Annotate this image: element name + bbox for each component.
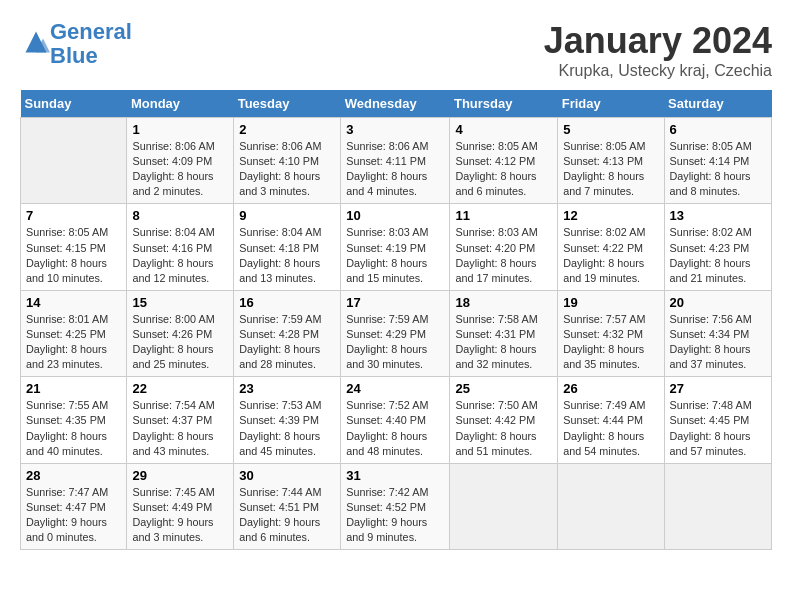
day-header-monday: Monday — [127, 90, 234, 118]
day-number: 21 — [26, 381, 121, 396]
calendar-cell: 21Sunrise: 7:55 AMSunset: 4:35 PMDayligh… — [21, 377, 127, 463]
day-info: Sunrise: 7:56 AMSunset: 4:34 PMDaylight:… — [670, 312, 767, 372]
main-title: January 2024 — [544, 20, 772, 62]
day-info: Sunrise: 7:42 AMSunset: 4:52 PMDaylight:… — [346, 485, 444, 545]
day-number: 27 — [670, 381, 767, 396]
logo: General Blue — [20, 20, 132, 68]
calendar-cell: 8Sunrise: 8:04 AMSunset: 4:16 PMDaylight… — [127, 204, 234, 290]
day-number: 30 — [239, 468, 335, 483]
calendar-cell: 22Sunrise: 7:54 AMSunset: 4:37 PMDayligh… — [127, 377, 234, 463]
calendar-cell: 17Sunrise: 7:59 AMSunset: 4:29 PMDayligh… — [341, 290, 450, 376]
day-info: Sunrise: 8:05 AMSunset: 4:12 PMDaylight:… — [455, 139, 552, 199]
day-info: Sunrise: 7:57 AMSunset: 4:32 PMDaylight:… — [563, 312, 658, 372]
day-number: 10 — [346, 208, 444, 223]
day-info: Sunrise: 8:04 AMSunset: 4:18 PMDaylight:… — [239, 225, 335, 285]
day-info: Sunrise: 7:45 AMSunset: 4:49 PMDaylight:… — [132, 485, 228, 545]
logo-text: General Blue — [50, 20, 132, 68]
day-info: Sunrise: 7:55 AMSunset: 4:35 PMDaylight:… — [26, 398, 121, 458]
calendar-cell: 4Sunrise: 8:05 AMSunset: 4:12 PMDaylight… — [450, 118, 558, 204]
calendar-week-5: 28Sunrise: 7:47 AMSunset: 4:47 PMDayligh… — [21, 463, 772, 549]
calendar-cell: 24Sunrise: 7:52 AMSunset: 4:40 PMDayligh… — [341, 377, 450, 463]
day-info: Sunrise: 7:58 AMSunset: 4:31 PMDaylight:… — [455, 312, 552, 372]
calendar-cell: 6Sunrise: 8:05 AMSunset: 4:14 PMDaylight… — [664, 118, 772, 204]
calendar-week-4: 21Sunrise: 7:55 AMSunset: 4:35 PMDayligh… — [21, 377, 772, 463]
day-number: 28 — [26, 468, 121, 483]
day-number: 18 — [455, 295, 552, 310]
calendar-cell: 12Sunrise: 8:02 AMSunset: 4:22 PMDayligh… — [558, 204, 664, 290]
day-header-friday: Friday — [558, 90, 664, 118]
day-header-thursday: Thursday — [450, 90, 558, 118]
calendar-cell: 25Sunrise: 7:50 AMSunset: 4:42 PMDayligh… — [450, 377, 558, 463]
calendar-cell: 26Sunrise: 7:49 AMSunset: 4:44 PMDayligh… — [558, 377, 664, 463]
calendar-cell: 13Sunrise: 8:02 AMSunset: 4:23 PMDayligh… — [664, 204, 772, 290]
calendar-header-row: SundayMondayTuesdayWednesdayThursdayFrid… — [21, 90, 772, 118]
day-number: 19 — [563, 295, 658, 310]
day-info: Sunrise: 8:02 AMSunset: 4:22 PMDaylight:… — [563, 225, 658, 285]
day-number: 4 — [455, 122, 552, 137]
day-number: 6 — [670, 122, 767, 137]
day-number: 8 — [132, 208, 228, 223]
calendar-body: 1Sunrise: 8:06 AMSunset: 4:09 PMDaylight… — [21, 118, 772, 550]
day-number: 3 — [346, 122, 444, 137]
day-info: Sunrise: 7:54 AMSunset: 4:37 PMDaylight:… — [132, 398, 228, 458]
day-info: Sunrise: 8:06 AMSunset: 4:11 PMDaylight:… — [346, 139, 444, 199]
day-number: 23 — [239, 381, 335, 396]
day-info: Sunrise: 8:02 AMSunset: 4:23 PMDaylight:… — [670, 225, 767, 285]
day-info: Sunrise: 7:47 AMSunset: 4:47 PMDaylight:… — [26, 485, 121, 545]
calendar-table: SundayMondayTuesdayWednesdayThursdayFrid… — [20, 90, 772, 550]
calendar-cell: 5Sunrise: 8:05 AMSunset: 4:13 PMDaylight… — [558, 118, 664, 204]
day-number: 2 — [239, 122, 335, 137]
day-number: 13 — [670, 208, 767, 223]
day-info: Sunrise: 8:00 AMSunset: 4:26 PMDaylight:… — [132, 312, 228, 372]
calendar-cell: 30Sunrise: 7:44 AMSunset: 4:51 PMDayligh… — [234, 463, 341, 549]
day-info: Sunrise: 7:53 AMSunset: 4:39 PMDaylight:… — [239, 398, 335, 458]
calendar-cell: 31Sunrise: 7:42 AMSunset: 4:52 PMDayligh… — [341, 463, 450, 549]
day-number: 20 — [670, 295, 767, 310]
day-info: Sunrise: 8:03 AMSunset: 4:19 PMDaylight:… — [346, 225, 444, 285]
day-number: 26 — [563, 381, 658, 396]
day-info: Sunrise: 8:05 AMSunset: 4:13 PMDaylight:… — [563, 139, 658, 199]
calendar-cell: 29Sunrise: 7:45 AMSunset: 4:49 PMDayligh… — [127, 463, 234, 549]
calendar-cell: 20Sunrise: 7:56 AMSunset: 4:34 PMDayligh… — [664, 290, 772, 376]
day-number: 5 — [563, 122, 658, 137]
calendar-cell: 3Sunrise: 8:06 AMSunset: 4:11 PMDaylight… — [341, 118, 450, 204]
calendar-cell: 27Sunrise: 7:48 AMSunset: 4:45 PMDayligh… — [664, 377, 772, 463]
day-number: 14 — [26, 295, 121, 310]
day-info: Sunrise: 8:01 AMSunset: 4:25 PMDaylight:… — [26, 312, 121, 372]
logo-line2: Blue — [50, 43, 98, 68]
day-info: Sunrise: 8:06 AMSunset: 4:09 PMDaylight:… — [132, 139, 228, 199]
day-header-saturday: Saturday — [664, 90, 772, 118]
day-info: Sunrise: 7:59 AMSunset: 4:28 PMDaylight:… — [239, 312, 335, 372]
calendar-cell — [558, 463, 664, 549]
page-header: General Blue January 2024 Krupka, Usteck… — [20, 20, 772, 80]
calendar-cell: 23Sunrise: 7:53 AMSunset: 4:39 PMDayligh… — [234, 377, 341, 463]
day-header-tuesday: Tuesday — [234, 90, 341, 118]
day-info: Sunrise: 8:05 AMSunset: 4:15 PMDaylight:… — [26, 225, 121, 285]
day-number: 9 — [239, 208, 335, 223]
calendar-cell: 14Sunrise: 8:01 AMSunset: 4:25 PMDayligh… — [21, 290, 127, 376]
day-header-sunday: Sunday — [21, 90, 127, 118]
title-block: January 2024 Krupka, Ustecky kraj, Czech… — [544, 20, 772, 80]
day-info: Sunrise: 7:48 AMSunset: 4:45 PMDaylight:… — [670, 398, 767, 458]
day-info: Sunrise: 7:52 AMSunset: 4:40 PMDaylight:… — [346, 398, 444, 458]
calendar-cell: 9Sunrise: 8:04 AMSunset: 4:18 PMDaylight… — [234, 204, 341, 290]
subtitle: Krupka, Ustecky kraj, Czechia — [544, 62, 772, 80]
day-info: Sunrise: 7:59 AMSunset: 4:29 PMDaylight:… — [346, 312, 444, 372]
calendar-cell: 10Sunrise: 8:03 AMSunset: 4:19 PMDayligh… — [341, 204, 450, 290]
calendar-cell — [450, 463, 558, 549]
day-header-wednesday: Wednesday — [341, 90, 450, 118]
day-number: 11 — [455, 208, 552, 223]
day-number: 25 — [455, 381, 552, 396]
day-number: 16 — [239, 295, 335, 310]
day-info: Sunrise: 8:03 AMSunset: 4:20 PMDaylight:… — [455, 225, 552, 285]
day-number: 29 — [132, 468, 228, 483]
day-number: 1 — [132, 122, 228, 137]
logo-icon — [22, 28, 50, 56]
day-number: 31 — [346, 468, 444, 483]
day-number: 22 — [132, 381, 228, 396]
calendar-cell — [21, 118, 127, 204]
day-number: 24 — [346, 381, 444, 396]
day-number: 17 — [346, 295, 444, 310]
calendar-cell: 19Sunrise: 7:57 AMSunset: 4:32 PMDayligh… — [558, 290, 664, 376]
day-number: 12 — [563, 208, 658, 223]
